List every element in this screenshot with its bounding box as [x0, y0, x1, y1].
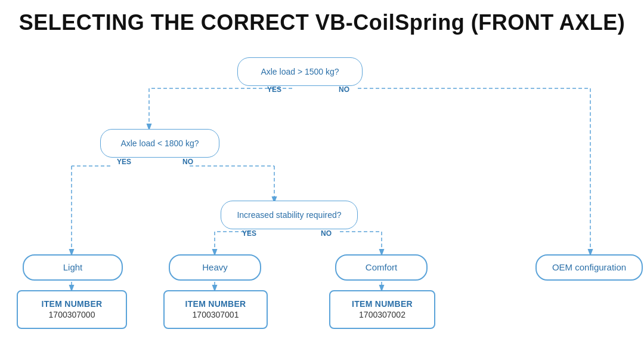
- diagram-area: Axle load > 1500 kg? YES NO Axle load < …: [0, 41, 644, 333]
- question-3: Increased stability required?: [221, 201, 358, 229]
- q1-yes-label: YES: [267, 85, 281, 94]
- question-1: Axle load > 1500 kg?: [237, 57, 363, 86]
- q1-no-label: NO: [339, 85, 349, 94]
- q3-yes-label: YES: [242, 229, 256, 238]
- q2-yes-label: YES: [117, 158, 131, 166]
- page-title: SELECTING THE CORRECT VB-CoilSpring (FRO…: [0, 0, 644, 41]
- item-number-2: ITEM NUMBER 1700307002: [329, 290, 435, 329]
- item-number-0: ITEM NUMBER 1700307000: [17, 290, 127, 329]
- item-number-1: ITEM NUMBER 1700307001: [163, 290, 268, 329]
- result-oem: OEM configuration: [535, 254, 643, 281]
- result-heavy: Heavy: [169, 254, 261, 281]
- question-2: Axle load < 1800 kg?: [100, 129, 219, 158]
- result-comfort: Comfort: [335, 254, 428, 281]
- q3-no-label: NO: [321, 229, 332, 238]
- result-light: Light: [23, 254, 123, 281]
- q2-no-label: NO: [182, 158, 193, 166]
